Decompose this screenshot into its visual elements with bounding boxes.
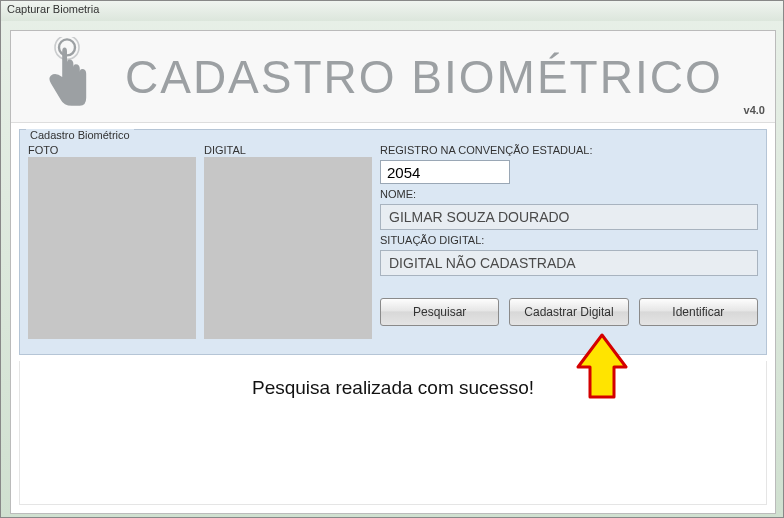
registro-label: REGISTRO NA CONVENÇÃO ESTADUAL: <box>380 144 758 156</box>
situacao-label: SITUAÇÃO DIGITAL: <box>380 234 758 246</box>
foto-label: FOTO <box>28 144 198 156</box>
groupbox-legend: Cadastro Biométrico <box>26 129 134 141</box>
identificar-button[interactable]: Identificar <box>639 298 758 326</box>
status-message: Pesquisa realizada com sucesso! <box>252 377 534 398</box>
nome-label: NOME: <box>380 188 758 200</box>
window-title: Capturar Biometria <box>7 3 99 15</box>
app-title: CADASTRO BIOMÉTRICO <box>125 50 723 104</box>
window-titlebar: Capturar Biometria <box>1 1 783 21</box>
cadastro-groupbox: Cadastro Biométrico FOTO DIGITAL REGISTR… <box>19 129 767 355</box>
version-label: v4.0 <box>744 104 765 116</box>
registro-input[interactable] <box>380 160 510 184</box>
nome-field: GILMAR SOUZA DOURADO <box>380 204 758 230</box>
situacao-field: DIGITAL NÃO CADASTRADA <box>380 250 758 276</box>
digital-label: DIGITAL <box>204 144 374 156</box>
pesquisar-button[interactable]: Pesquisar <box>380 298 499 326</box>
digital-placeholder <box>204 157 372 339</box>
cadastrar-digital-button[interactable]: Cadastrar Digital <box>509 298 628 326</box>
touch-hand-icon <box>27 37 107 117</box>
app-header: CADASTRO BIOMÉTRICO v4.0 <box>11 31 775 123</box>
foto-placeholder <box>28 157 196 339</box>
status-panel: Pesquisa realizada com sucesso! <box>19 361 767 505</box>
